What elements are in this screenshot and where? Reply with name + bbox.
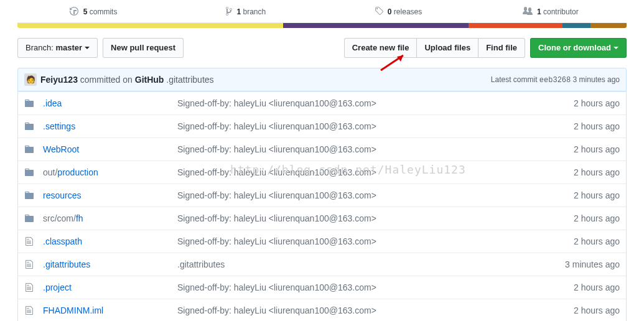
commit-message-link[interactable]: Signed-off-by: haleyLiu <liurenquan100@1… bbox=[171, 276, 539, 299]
file-name-link[interactable]: WebRoot bbox=[43, 144, 79, 154]
clone-download-button[interactable]: Clone or download bbox=[530, 38, 627, 58]
file-age: 2 hours ago bbox=[539, 230, 626, 253]
commit-message-link[interactable]: Signed-off-by: haleyLiu <liurenquan100@1… bbox=[171, 299, 539, 321]
file-icon bbox=[24, 282, 34, 292]
tag-icon bbox=[375, 6, 383, 16]
table-row: resourcesSigned-off-by: haleyLiu <liuren… bbox=[18, 184, 626, 207]
commit-hash-link[interactable]: eeb3268 bbox=[539, 76, 571, 85]
file-list: .ideaSigned-off-by: haleyLiu <liurenquan… bbox=[17, 91, 627, 321]
table-row: src/com/fhSigned-off-by: haleyLiu <liure… bbox=[18, 207, 626, 230]
table-row: .projectSigned-off-by: haleyLiu <liurenq… bbox=[18, 276, 626, 299]
create-new-file-button[interactable]: Create new file bbox=[344, 38, 418, 58]
commit-message-link[interactable]: Signed-off-by: haleyLiu <liurenquan100@1… bbox=[171, 160, 539, 184]
table-row: FHADMINM.imlSigned-off-by: haleyLiu <liu… bbox=[18, 299, 626, 321]
branch-dropdown[interactable]: Branch: master bbox=[17, 38, 98, 58]
find-file-button[interactable]: Find file bbox=[478, 38, 525, 58]
table-row: out/productionSigned-off-by: haleyLiu <l… bbox=[18, 160, 626, 184]
new-pull-request-button[interactable]: New pull request bbox=[103, 38, 184, 58]
file-age: 2 hours ago bbox=[539, 184, 626, 207]
contributors-stat[interactable]: 1 contributor bbox=[474, 0, 627, 22]
releases-count: 0 bbox=[388, 7, 392, 16]
table-row: WebRootSigned-off-by: haleyLiu <liurenqu… bbox=[18, 137, 626, 160]
file-age: 3 minutes ago bbox=[539, 253, 626, 276]
commit-author-link[interactable]: Feiyu123 bbox=[40, 75, 78, 85]
folder-icon bbox=[24, 121, 34, 131]
repo-stats: 5 commits 1 branch 0 releases 1 contribu… bbox=[17, 0, 627, 23]
file-age: 2 hours ago bbox=[539, 114, 626, 137]
folder-icon bbox=[24, 190, 34, 200]
folder-icon bbox=[24, 167, 34, 177]
file-name-link[interactable]: FHADMINM.iml bbox=[43, 305, 103, 315]
file-icon bbox=[24, 259, 34, 269]
commits-stat[interactable]: 5 commits bbox=[17, 0, 170, 22]
people-icon bbox=[523, 6, 533, 16]
file-name-link[interactable]: resources bbox=[43, 190, 81, 200]
commit-message-link[interactable]: .gitattributes bbox=[171, 253, 539, 276]
upload-files-button[interactable]: Upload files bbox=[416, 38, 478, 58]
commit-message-link[interactable]: Signed-off-by: haleyLiu <liurenquan100@1… bbox=[171, 137, 539, 160]
commit-message-link[interactable]: Signed-off-by: haleyLiu <liurenquan100@1… bbox=[171, 114, 539, 137]
table-row: .gitattributes.gitattributes3 minutes ag… bbox=[18, 253, 626, 276]
file-name-link[interactable]: production bbox=[57, 167, 98, 177]
file-name-link[interactable]: .classpath bbox=[43, 236, 82, 246]
file-age: 2 hours ago bbox=[539, 276, 626, 299]
branches-stat[interactable]: 1 branch bbox=[170, 0, 322, 22]
releases-stat[interactable]: 0 releases bbox=[322, 0, 475, 22]
chevron-down-icon bbox=[614, 47, 618, 52]
file-icon bbox=[24, 236, 34, 246]
folder-icon bbox=[24, 144, 34, 154]
table-row: .settingsSigned-off-by: haleyLiu <liuren… bbox=[18, 114, 626, 137]
commit-message-link[interactable]: Signed-off-by: haleyLiu <liurenquan100@1… bbox=[171, 91, 539, 114]
commit-time: 3 minutes ago bbox=[571, 75, 620, 84]
avatar[interactable]: 🧑 bbox=[24, 73, 37, 86]
folder-icon bbox=[24, 98, 34, 108]
file-age: 2 hours ago bbox=[539, 207, 626, 230]
history-icon bbox=[70, 6, 78, 16]
commit-message[interactable]: .gitattributes bbox=[164, 75, 213, 85]
branch-icon bbox=[226, 6, 232, 16]
file-name-link[interactable]: .idea bbox=[43, 98, 62, 108]
chevron-down-icon bbox=[85, 47, 90, 52]
file-name-link[interactable]: .gitattributes bbox=[43, 259, 90, 269]
table-row: .classpathSigned-off-by: haleyLiu <liure… bbox=[18, 230, 626, 253]
file-age: 2 hours ago bbox=[539, 91, 626, 114]
file-age: 2 hours ago bbox=[539, 299, 626, 321]
latest-commit-bar: 🧑 Feiyu123 committed on GitHub .gitattri… bbox=[17, 68, 627, 91]
commit-message-link[interactable]: Signed-off-by: haleyLiu <liurenquan100@1… bbox=[171, 184, 539, 207]
file-toolbar: Branch: master New pull request Create n… bbox=[17, 38, 627, 58]
file-name-link[interactable]: fh bbox=[76, 213, 83, 223]
file-name-link[interactable]: .project bbox=[43, 282, 72, 292]
contributors-count: 1 bbox=[537, 7, 541, 16]
commit-message-link[interactable]: Signed-off-by: haleyLiu <liurenquan100@1… bbox=[171, 207, 539, 230]
file-icon bbox=[24, 305, 34, 315]
folder-icon bbox=[24, 213, 34, 223]
file-age: 2 hours ago bbox=[539, 160, 626, 184]
language-bar[interactable] bbox=[17, 23, 627, 28]
file-name-link[interactable]: .settings bbox=[43, 121, 75, 131]
commit-message-link[interactable]: Signed-off-by: haleyLiu <liurenquan100@1… bbox=[171, 230, 539, 253]
file-age: 2 hours ago bbox=[539, 137, 626, 160]
table-row: .ideaSigned-off-by: haleyLiu <liurenquan… bbox=[18, 91, 626, 114]
